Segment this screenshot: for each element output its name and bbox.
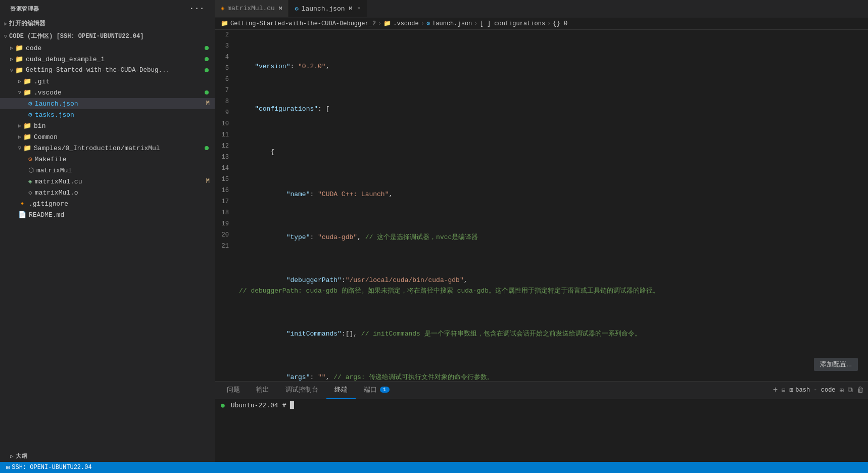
badge-getting-started [205,68,209,72]
tree-label-launch: launch.json [35,100,78,108]
panel-tab-ports[interactable]: 端口 1 [356,382,398,399]
panel-content: ● Ubuntu-22.04 # █ [215,399,868,462]
sidebar-item-matrixmul-o[interactable]: ◇ matrixMul.o [0,187,215,198]
terminal-split-button[interactable]: ⊟ [782,387,785,394]
sidebar-item-samples[interactable]: ▽ 📁 Samples/0_Introduction/matrixMul [0,143,215,154]
sidebar-item-tasks-json[interactable]: ⚙ tasks.json [0,109,215,120]
code-line-2: "version": "0.2.0", [237,61,868,72]
editor-area: ◈ matrixMul.cu M ⚙ launch.json M × 📁 Get… [215,0,868,462]
workspace-label: CODE (工作区) [SSH: OPENI-UBUNTU22.04] [9,32,143,40]
sidebar-item-common[interactable]: ▷ 📁 Common [0,131,215,143]
sidebar-title: 资源管理器 [10,5,39,13]
outline-section[interactable]: ▷ 大纲 [0,448,215,462]
folder-icon-samples: 📁 [23,144,31,152]
terminal-icon: ⊞ [790,386,794,394]
badge-code [205,46,209,50]
terminal-prompt: ● Ubuntu-22.04 # █ [221,401,294,409]
panel-tab-output[interactable]: 输出 [248,382,277,399]
workspace-section[interactable]: ▽ CODE (工作区) [SSH: OPENI-UBUNTU22.04] [0,30,215,42]
tree-label-matrixmul-cu: matrixMul.cu [35,178,82,185]
tree-label-getting-started: Getting-Started-with-the-CUDA-Debug... [26,67,170,74]
ssh-indicator[interactable]: ⊞ SSH: OPENI-UBUNTU22.04 [6,464,92,471]
file-icon-readme: 📄 [18,211,26,219]
panel-tab-debug[interactable]: 调试控制台 [277,382,326,399]
bash-code-label: ⊞ bash - code [790,386,836,394]
tab-label-cu: matrixMul.cu [227,5,275,12]
sidebar-item-getting-started[interactable]: ▽ 📁 Getting-Started-with-the-CUDA-Debug.… [0,65,215,76]
breadcrumb-vscode-icon: 📁 [383,20,391,27]
sidebar-header: 资源管理器 ··· [0,0,215,17]
add-config-button[interactable]: 添加配置... [814,358,858,371]
terminal-prompt-text: Ubuntu-22.04 # [231,401,290,409]
breadcrumb-array: [ ] configurations [480,20,546,27]
sidebar-item-git[interactable]: ▷ 📁 .git [0,76,215,87]
tree-label-samples: Samples/0_Introduction/matrixMul [34,145,160,152]
folder-icon-cuda: 📁 [15,55,23,63]
code-content: "version": "0.2.0", "configurations": [ … [235,30,868,381]
panel-tab-terminal-label: 终端 [334,385,348,394]
open-editors-section[interactable]: ▷ 打开的编辑器 [0,17,215,30]
terminal-circle: ● [221,401,225,409]
sidebar-item-cuda-debug[interactable]: ▷ 📁 cuda_debug_example_1 [0,54,215,65]
folder-icon-vscode: 📁 [23,88,31,97]
tab-modified-cu: M [279,6,282,12]
tree-label-matrixmul-o: matrixMul.o [35,189,78,197]
badge-cuda [205,57,209,61]
tab-close-json[interactable]: × [357,6,361,12]
status-bar: ⊞ SSH: OPENI-UBUNTU22.04 [0,462,868,473]
badge-samples [205,146,209,150]
outline-label: 大纲 [16,452,27,460]
sidebar-item-launch-json[interactable]: ⚙ launch.json M [0,98,215,109]
breadcrumb-folder-icon: 📁 [221,20,228,27]
panel-actions: + ⊟ ⊞ bash - code ⊞ ⧉ 🗑 [773,386,864,395]
sidebar-item-matrixmul-cu[interactable]: ◈ matrixMul.cu M [0,176,215,187]
sidebar-item-readme[interactable]: 📄 README.md [0,209,215,220]
terminal-split2-icon[interactable]: ⧉ [848,386,853,394]
tab-icon-json: ⚙ [295,5,298,13]
tab-matrixmul-cu[interactable]: ◈ matrixMul.cu M [215,0,288,17]
ssh-icon: ⊞ [6,464,10,471]
sidebar-item-bin[interactable]: ▷ 📁 bin [0,120,215,131]
file-icon-launch: ⚙ [28,100,32,108]
panel-tab-terminal[interactable]: 终端 [326,382,356,399]
sidebar-item-matrixmul-bin[interactable]: ⬡ matrixMul [0,165,215,176]
panel-tabs: 问题 输出 调试控制台 终端 端口 1 [215,382,868,399]
sidebar-item-gitignore[interactable]: 🔸 .gitignore [0,198,215,209]
workspace-chevron: ▽ [4,33,7,39]
sidebar-menu-button[interactable]: ··· [189,4,205,13]
sidebar-item-code[interactable]: ▷ 📁 code [0,42,215,54]
tab-label-json: launch.json [302,5,345,13]
badge-vscode [205,90,209,94]
code-editor[interactable]: 2 3 4 5 6 7 8 9 10 11 12 13 14 15 [215,30,868,381]
breadcrumb-vscode: .vscode [393,20,418,27]
folder-icon-getting-started: 📁 [15,66,23,74]
open-editors-chevron: ▷ [4,21,7,27]
tab-bar: ◈ matrixMul.cu M ⚙ launch.json M × [215,0,868,18]
tree-label-makefile: Makefile [35,156,66,163]
bottom-panel: 问题 输出 调试控制台 终端 端口 1 [215,381,868,462]
code-line-4: { [237,147,868,158]
ports-badge: 1 [380,387,390,393]
sidebar-item-makefile[interactable]: ⚙ Makefile [0,154,215,165]
ssh-label: SSH: OPENI-UBUNTU22.04 [12,464,91,471]
open-editors-label: 打开的编辑器 [9,19,45,28]
sidebar-item-vscode[interactable]: ▽ 📁 .vscode [0,87,215,98]
tree-label-matrixmul-bin: matrixMul [36,167,72,174]
tab-modified-json: M [349,6,353,12]
folder-icon-bin: 📁 [23,122,31,130]
terminal-add-button[interactable]: + [773,386,778,395]
breadcrumb-json-icon: ⚙ [426,20,430,27]
tab-launch-json[interactable]: ⚙ launch.json M × [288,0,367,17]
file-icon-matrixmul-bin: ⬡ [28,166,34,174]
modified-cu: M [206,178,210,185]
panel-tab-ports-label: 端口 [364,385,377,394]
code-line-9: "args": "", // args: 传递给调试可执行文件对象的命令行参数。 [237,372,868,381]
panel-tab-problems[interactable]: 问题 [219,382,248,399]
terminal-trash-icon[interactable]: 🗑 [857,386,864,394]
terminal-new-icon[interactable]: ⊞ [840,386,844,395]
breadcrumb: 📁 Getting-Started-with-the-CUDA-Debugger… [215,18,868,30]
modified-launch: M [206,100,210,107]
tree-label-code: code [26,44,41,52]
code-line-5: "name": "CUDA C++: Launch", [237,190,868,201]
line-numbers: 2 3 4 5 6 7 8 9 10 11 12 13 14 15 [215,30,235,381]
